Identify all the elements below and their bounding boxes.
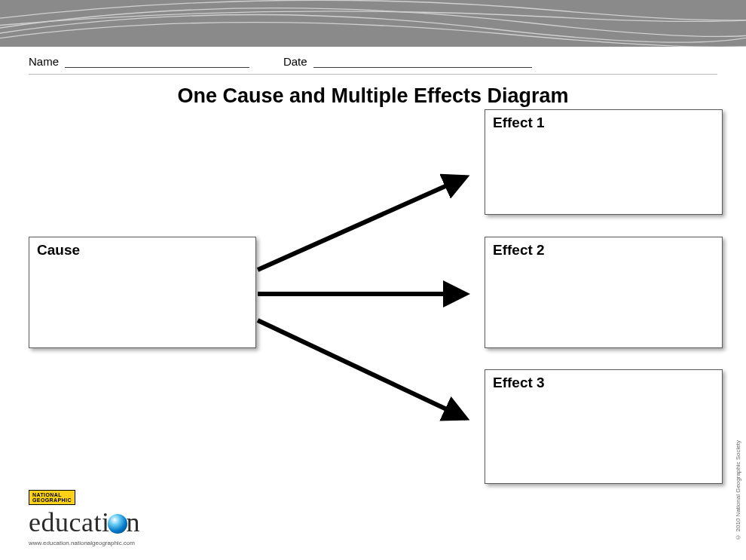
- name-input-line[interactable]: [65, 57, 249, 68]
- cause-box-label: Cause: [37, 242, 80, 258]
- education-logo: educatin: [29, 506, 140, 538]
- globe-icon: [108, 514, 127, 534]
- logo-suffix: n: [126, 507, 140, 537]
- badge-line-1: NATIONAL: [32, 492, 62, 497]
- header-band: [0, 0, 746, 47]
- effect-2-box-label: Effect 2: [493, 242, 545, 258]
- svg-line-1: [258, 177, 466, 270]
- effect-1-box[interactable]: Effect 1: [485, 109, 723, 215]
- name-label: Name: [29, 55, 59, 68]
- date-label: Date: [283, 55, 307, 68]
- effect-3-box-label: Effect 3: [493, 375, 545, 390]
- copyright: © 2010 National Geographic Society: [735, 440, 741, 540]
- divider: [29, 74, 717, 75]
- footer-url: www.education.nationalgeographic.com: [29, 540, 140, 546]
- badge-line-2: GEOGRAPHIC: [32, 497, 72, 503]
- effect-3-box[interactable]: Effect 3: [485, 369, 723, 484]
- logo-prefix: educati: [29, 507, 109, 537]
- natgeo-badge-icon: NATIONAL GEOGRAPHIC: [29, 490, 75, 505]
- effect-1-box-label: Effect 1: [493, 115, 545, 130]
- footer: NATIONAL GEOGRAPHIC educatin www.educati…: [29, 490, 140, 546]
- svg-line-3: [258, 320, 466, 418]
- cause-box[interactable]: Cause: [29, 237, 256, 348]
- form-row: Name Date: [29, 54, 571, 72]
- worksheet-page: Name Date One Cause and Multiple Effects…: [0, 0, 746, 560]
- effect-2-box[interactable]: Effect 2: [485, 237, 723, 348]
- page-title: One Cause and Multiple Effects Diagram: [0, 84, 746, 108]
- date-input-line[interactable]: [313, 57, 532, 68]
- header-swoosh-icon: [0, 0, 746, 47]
